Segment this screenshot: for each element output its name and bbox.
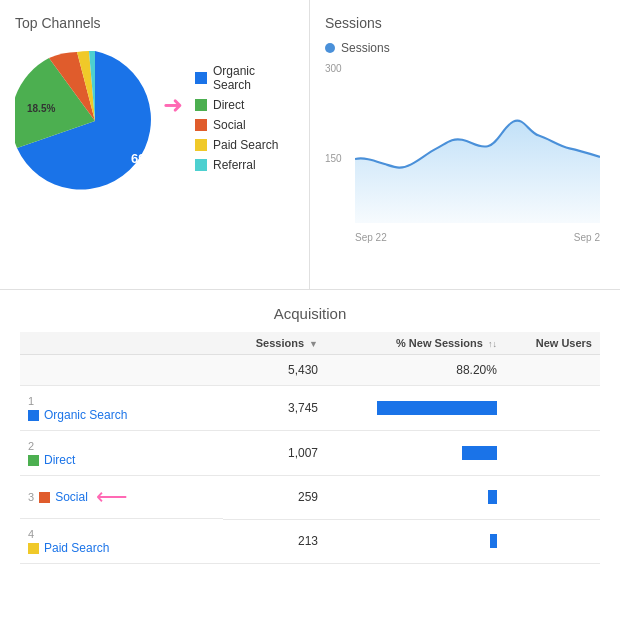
paid-bar [490,534,497,548]
organic-color-swatch [28,410,39,421]
col-header-sessions: Sessions ▼ [223,332,326,355]
paid-color-swatch [28,543,39,554]
referral-color-icon [195,159,207,171]
direct-label: Direct [44,453,75,467]
direct-new-users [505,431,600,476]
social-label: Social [55,490,88,504]
paid-color-icon [195,139,207,151]
organic-search-link[interactable]: Organic Search [28,408,215,422]
legend-item-organic: Organic Search [195,64,294,92]
social-color-swatch [39,492,50,503]
organic-color-icon [195,72,207,84]
social-bar-cell [326,476,505,520]
legend-organic-label: Organic Search [213,64,294,92]
table-row: 4 Paid Search 213 [20,519,600,564]
x-axis-labels: Sep 22 Sep 2 [355,232,600,243]
col-header-pct-new: % New Sessions ↑↓ [326,332,505,355]
acquisition-title: Acquisition [20,305,600,322]
y-label-150: 150 [325,153,342,164]
sessions-dot-text: Sessions [341,41,390,55]
top-channels-title: Top Channels [15,15,294,31]
sessions-dot-icon [325,43,335,53]
direct-bar-cell [326,431,505,476]
legend-social-label: Social [213,118,246,132]
pie-69-label: 69% [131,151,157,166]
channel-cell-organic: 1 Organic Search [20,386,223,431]
rank-3: 3 [28,491,34,503]
channel-cell-social: 3 Social ⟵ [20,476,223,519]
total-pct-new: 88.20% [326,355,505,386]
total-new-users [505,355,600,386]
rank-4: 4 [28,528,34,540]
y-axis-labels: 300 150 [325,63,342,243]
acquisition-table: Sessions ▼ % New Sessions ↑↓ New Users 5… [20,332,600,564]
channel-cell-paid: 4 Paid Search [20,519,223,564]
table-row: 1 Organic Search 3,745 [20,386,600,431]
total-sessions: 5,430 [223,355,326,386]
legend-item-referral: Referral [195,158,294,172]
rank-2: 2 [28,440,34,452]
legend-referral-label: Referral [213,158,256,172]
social-bar [488,490,497,504]
x-label-sep22: Sep 22 [355,232,387,243]
sessions-chart: 300 150 Sep 22 [325,63,600,243]
legend: Organic Search Direct Social Paid Search… [195,64,294,178]
acquisition-section: Acquisition Sessions ▼ % New Sessions ↑↓… [0,290,620,579]
paid-search-link[interactable]: Paid Search [28,541,215,555]
direct-sessions: 1,007 [223,431,326,476]
x-label-sep2: Sep 2 [574,232,600,243]
col-header-channel [20,332,223,355]
sessions-panel: Sessions Sessions 300 150 [310,0,620,289]
pie-18-label: 18.5% [27,103,55,114]
direct-link[interactable]: Direct [28,453,215,467]
channel-cell-direct: 2 Direct [20,431,223,476]
sort-sessions-icon[interactable]: ▼ [309,339,318,349]
rank-1: 1 [28,395,34,407]
total-row: 5,430 88.20% [20,355,600,386]
organic-bar [377,401,497,415]
legend-item-social: Social [195,118,294,132]
col-header-new-users: New Users [505,332,600,355]
paid-search-label: Paid Search [44,541,109,555]
social-sessions: 259 [223,476,326,520]
table-row: 2 Direct 1,007 [20,431,600,476]
sessions-title: Sessions [325,15,605,31]
social-color-icon [195,119,207,131]
organic-new-users [505,386,600,431]
direct-color-swatch [28,455,39,466]
sort-pct-icon[interactable]: ↑↓ [488,339,497,349]
pie-chart: 69% 18.5% ➜ [15,41,175,201]
legend-direct-label: Direct [213,98,244,112]
direct-bar [462,446,497,460]
y-label-300: 300 [325,63,342,74]
social-link[interactable]: Social [39,490,88,504]
legend-item-direct: Direct [195,98,294,112]
organic-sessions: 3,745 [223,386,326,431]
direct-color-icon [195,99,207,111]
pie-arrow-icon: ➜ [163,91,183,119]
social-arrow-icon: ⟵ [96,484,128,510]
paid-sessions: 213 [223,519,326,564]
social-new-users [505,476,600,520]
sessions-svg-area [355,63,600,223]
total-label [20,355,223,386]
sessions-dot-label: Sessions [325,41,605,55]
paid-new-users [505,519,600,564]
legend-item-paid: Paid Search [195,138,294,152]
table-header-row: Sessions ▼ % New Sessions ↑↓ New Users [20,332,600,355]
organic-bar-cell [326,386,505,431]
paid-bar-cell [326,519,505,564]
organic-search-label: Organic Search [44,408,127,422]
top-channels-panel: Top Channels 69% 18.5% [0,0,310,289]
table-row: 3 Social ⟵ 259 [20,476,600,520]
legend-paid-label: Paid Search [213,138,278,152]
